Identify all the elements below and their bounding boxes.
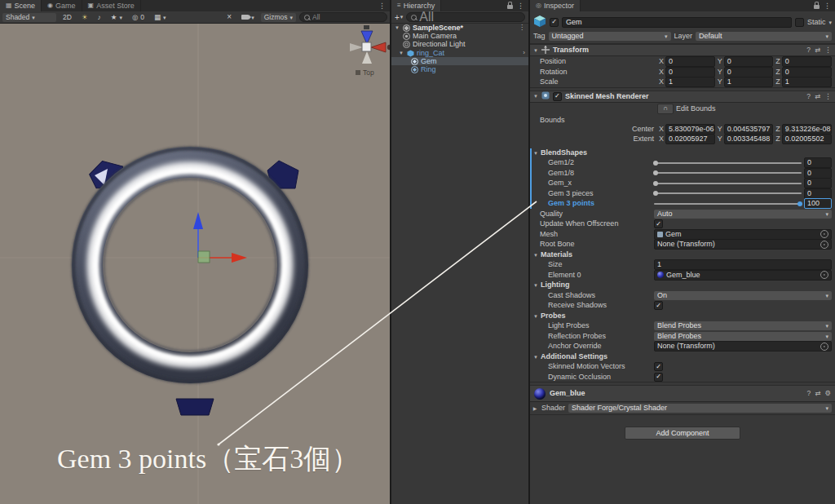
blendshapes-title-row[interactable]: ▼BlendShapes bbox=[530, 148, 835, 158]
element0-object-field[interactable]: Gem_blue bbox=[654, 270, 832, 281]
chevron-down-icon[interactable]: ▼ bbox=[533, 94, 538, 99]
tag-dropdown[interactable]: Untagged ▾ bbox=[549, 32, 671, 41]
materials-size-field[interactable]: 1 bbox=[654, 259, 832, 270]
hierarchy-item-directional-light[interactable]: Directional Light bbox=[391, 41, 528, 49]
material-header[interactable]: Gem_blue ? ⇄ ⚙ bbox=[530, 385, 835, 402]
chevron-down-icon[interactable]: ▼ bbox=[394, 25, 400, 30]
scale-z-field[interactable]: 1 bbox=[782, 77, 832, 87]
scale-x-field[interactable]: 1 bbox=[665, 77, 715, 87]
hierarchy-item-scene[interactable]: ▼ SampleScene* ⋮ bbox=[391, 24, 528, 32]
preset-icon[interactable]: ⇄ bbox=[815, 93, 820, 100]
skinned-mesh-renderer-header[interactable]: ▼ Skinned Mesh Renderer ? ⇄ ⋮ bbox=[530, 91, 835, 103]
tab-game[interactable]: ◉ Game bbox=[42, 0, 82, 11]
extent-x-field[interactable]: 0.02005927 bbox=[665, 134, 715, 144]
blendshape-slider[interactable] bbox=[654, 203, 802, 205]
reflection-probes-dropdown[interactable]: Blend Probes ▾ bbox=[654, 332, 832, 341]
shader-dropdown[interactable]: Shader Forge/Crystal Shader ▾ bbox=[568, 404, 832, 413]
name-field[interactable]: Gem bbox=[562, 17, 792, 28]
object-picker-icon[interactable] bbox=[820, 230, 828, 238]
scene-visibility-button[interactable]: ◎ 0 bbox=[129, 13, 148, 22]
scene-search-input[interactable]: All bbox=[299, 12, 387, 22]
chevron-down-icon[interactable]: ▼ bbox=[533, 355, 538, 360]
scene-effects-dropdown[interactable]: ★ ▾ bbox=[108, 13, 126, 22]
blendshape-value-field[interactable]: 100 bbox=[804, 198, 832, 209]
hierarchy-item-gem[interactable]: Gem bbox=[391, 57, 528, 65]
blendshape-slider[interactable] bbox=[654, 192, 802, 194]
object-picker-icon[interactable] bbox=[820, 343, 828, 351]
hierarchy-kebab-icon[interactable]: ⋮ bbox=[517, 2, 524, 10]
receive-shadows-checkbox[interactable] bbox=[654, 301, 663, 310]
hierarchy-item-main-camera[interactable]: Main Camera bbox=[391, 32, 528, 40]
position-y-field[interactable]: 0 bbox=[724, 56, 774, 67]
mesh-object-field[interactable]: Gem bbox=[654, 229, 832, 240]
gear-icon[interactable]: ⚙ bbox=[824, 390, 831, 397]
chevron-right-icon[interactable]: ▶ bbox=[532, 406, 538, 411]
materials-title-row[interactable]: ▼Materials bbox=[530, 250, 835, 260]
component-enabled-checkbox[interactable] bbox=[553, 92, 562, 101]
preset-icon[interactable]: ⇄ bbox=[815, 390, 820, 397]
view-orientation-label[interactable]: Top bbox=[356, 69, 374, 77]
probes-title-row[interactable]: ▼Probes bbox=[530, 311, 835, 321]
active-checkbox[interactable] bbox=[550, 18, 559, 27]
shading-dropdown[interactable]: Shaded ▾ bbox=[2, 13, 56, 22]
toggle-2d-button[interactable]: 2D bbox=[60, 13, 75, 22]
kebab-icon[interactable]: ⋮ bbox=[824, 46, 832, 54]
gameobject-cube-icon[interactable] bbox=[533, 15, 546, 29]
scale-y-field[interactable]: 1 bbox=[724, 77, 774, 87]
scene-lighting-button[interactable]: ☀ bbox=[78, 13, 91, 22]
additional-settings-title-row[interactable]: ▼Additional Settings bbox=[530, 351, 835, 362]
extent-z-field[interactable]: 0.02005502 bbox=[782, 134, 832, 144]
layer-dropdown[interactable]: Default ▾ bbox=[696, 32, 832, 41]
prefab-open-arrow-icon[interactable]: › bbox=[523, 50, 528, 56]
help-icon[interactable]: ? bbox=[807, 390, 811, 397]
hierarchy-search-input[interactable]: All bbox=[406, 12, 525, 22]
position-z-field[interactable]: 0 bbox=[782, 56, 832, 67]
chevron-down-icon[interactable]: ▼ bbox=[533, 253, 538, 258]
chevron-down-icon[interactable]: ▼ bbox=[533, 314, 538, 319]
cast-shadows-dropdown[interactable]: On ▾ bbox=[654, 291, 832, 300]
help-icon[interactable]: ? bbox=[806, 46, 811, 54]
transform-header[interactable]: ▼ Transform ? ⇄ ⋮ bbox=[530, 44, 835, 56]
scene-kebab-icon[interactable]: ⋮ bbox=[519, 24, 528, 31]
anchor-override-object-field[interactable]: None (Transform) bbox=[654, 341, 832, 351]
light-probes-dropdown[interactable]: Blend Probes ▾ bbox=[654, 321, 832, 330]
edit-bounds-button[interactable]: ∩ bbox=[657, 104, 674, 114]
center-y-field[interactable]: 0.004535797 bbox=[724, 124, 774, 135]
scene-audio-button[interactable]: ♪ bbox=[95, 13, 104, 22]
position-x-field[interactable]: 0 bbox=[665, 56, 715, 67]
help-icon[interactable]: ? bbox=[806, 93, 811, 100]
chevron-down-icon[interactable]: ▼ bbox=[533, 151, 538, 156]
blendshape-value-field[interactable]: 0 bbox=[804, 188, 832, 199]
tab-asset-store[interactable]: ▣ Asset Store bbox=[82, 0, 141, 11]
blendshape-slider[interactable] bbox=[654, 162, 802, 164]
kebab-icon[interactable]: ⋮ bbox=[824, 93, 832, 100]
object-picker-icon[interactable] bbox=[820, 241, 828, 249]
chevron-down-icon[interactable]: ▼ bbox=[398, 51, 404, 55]
rotation-x-field[interactable]: 0 bbox=[665, 67, 715, 77]
scene-camera-dropdown[interactable]: ▾ bbox=[238, 13, 258, 22]
center-z-field[interactable]: 9.313226e-08 bbox=[782, 124, 832, 135]
add-component-button[interactable]: Add Component bbox=[625, 427, 740, 440]
preset-icon[interactable]: ⇄ bbox=[815, 46, 820, 54]
extent-y-field[interactable]: 0.003345488 bbox=[724, 134, 774, 144]
lighting-title-row[interactable]: ▼Lighting bbox=[530, 280, 835, 290]
hierarchy-item-ring-cat[interactable]: ▼ ring_Cat › bbox=[391, 49, 528, 57]
lock-icon[interactable] bbox=[507, 5, 513, 9]
static-checkbox[interactable] bbox=[795, 18, 804, 27]
dynamic-occlusion-checkbox[interactable] bbox=[654, 373, 663, 382]
blendshape-value-field[interactable]: 0 bbox=[804, 178, 832, 188]
chevron-down-icon[interactable]: ▼ bbox=[533, 283, 538, 288]
object-picker-icon[interactable] bbox=[820, 271, 828, 279]
rotation-y-field[interactable]: 0 bbox=[724, 67, 774, 77]
gizmos-dropdown[interactable]: Gizmos ▾ bbox=[261, 13, 296, 22]
skinned-motion-vectors-checkbox[interactable] bbox=[654, 362, 663, 371]
scene-viewport[interactable]: Top Gem 3 points（宝石3個） bbox=[0, 24, 390, 504]
chevron-down-icon[interactable]: ▼ bbox=[533, 48, 538, 53]
rotation-z-field[interactable]: 0 bbox=[782, 67, 832, 77]
lock-icon[interactable] bbox=[814, 5, 820, 9]
scene-kebab-icon[interactable]: ⋮ bbox=[378, 2, 386, 10]
scene-grid-dropdown[interactable]: ▦ ▾ bbox=[151, 13, 170, 22]
blendshape-slider[interactable] bbox=[654, 172, 802, 174]
tool-settings-button[interactable]: × bbox=[223, 13, 235, 22]
update-offscreen-checkbox[interactable] bbox=[654, 219, 663, 228]
